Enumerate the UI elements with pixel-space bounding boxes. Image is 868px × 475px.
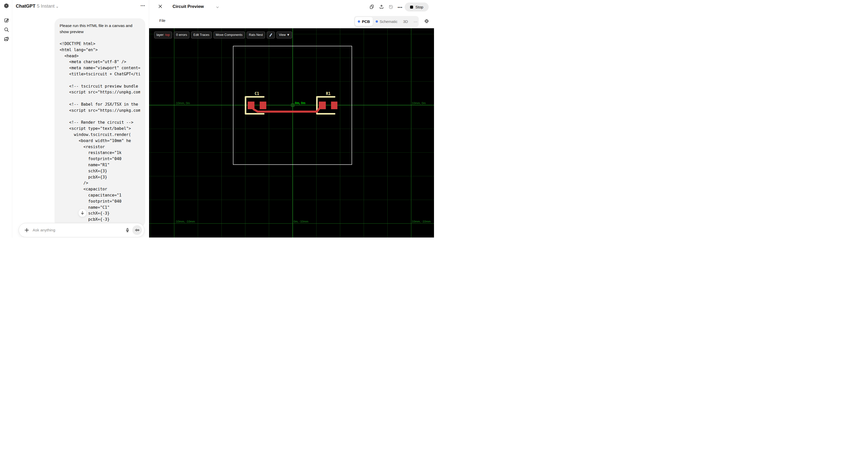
copy-icon[interactable] [369, 4, 375, 10]
code-line: <meta charset="utf-8" /> [60, 60, 140, 66]
canvas-menubar: File PCB Schematic 3D ··· [149, 14, 434, 28]
code-line: <head> [60, 54, 140, 60]
code-line: footprint="040 [60, 199, 140, 205]
waveform-icon [135, 228, 140, 232]
code-line: <html lang="en"> [60, 47, 140, 54]
code-line: <capacitor [60, 187, 140, 193]
c1-label: C1 [255, 91, 259, 96]
coord-label-bottom-right: 10mm, -10mm [412, 220, 431, 223]
pcb-dot-icon [358, 20, 360, 23]
code-line: <board width="10mm" he [60, 138, 140, 145]
model-selector[interactable]: ChatGPT5 Instant⌄ [16, 4, 59, 9]
code-line: <script src="https://unpkg.com [60, 90, 140, 96]
grid-lines [149, 28, 434, 238]
coord-label-bottom-left: -10mm, -10mm [175, 220, 195, 223]
left-sidebar [0, 0, 12, 238]
app-window: ChatGPT5 Instant⌄ ••• Please run this HT… [0, 0, 434, 238]
coord-label-left: -10mm, 0m [175, 102, 190, 105]
arrow-down-icon [80, 211, 85, 215]
chat-input[interactable]: Ask anything [33, 228, 124, 232]
code-line: name="C1" [60, 205, 140, 211]
pencil-tool-button[interactable] [267, 32, 275, 38]
pcb-canvas[interactable]: C1 R1 0m, 0m -10mm, 0m 10mm, 0m -10mm, -… [149, 28, 434, 238]
message-code-block: <!DOCTYPE html><html lang="en"> <head> <… [60, 41, 140, 227]
pcb-toolbar: layer: top 0 errors Edit Traces Move Com… [154, 32, 292, 38]
scroll-to-bottom-button[interactable] [78, 209, 87, 217]
search-icon[interactable] [3, 26, 10, 33]
coord-label-origin: 0m, 0m [295, 101, 305, 105]
rats-nest-button[interactable]: Rats Nest [247, 32, 265, 38]
tab-more[interactable]: ··· [411, 17, 420, 26]
app-title: ChatGPT [16, 4, 35, 9]
code-line: name="R1" [60, 163, 140, 169]
message-text-line1: Please run this HTML file in a canvas an… [60, 23, 140, 29]
r1-pad-1[interactable] [319, 102, 326, 109]
code-line: <!-- tscircuit preview bundle [60, 84, 140, 90]
chat-panel: ChatGPT5 Instant⌄ ••• Please run this HT… [12, 0, 149, 238]
code-line: window.tscircuit.render( [60, 132, 140, 138]
code-line: <title>tscircuit + ChatGPT</ti [60, 72, 140, 78]
code-line [60, 78, 140, 84]
mic-icon[interactable] [124, 226, 131, 234]
code-line: <script type="text/babel"> [60, 126, 140, 132]
edit-traces-button[interactable]: Edit Traces [191, 32, 212, 38]
chat-composer: Ask anything [19, 223, 145, 237]
code-line [60, 114, 140, 121]
chat-header: ChatGPT5 Instant⌄ ••• [12, 0, 149, 13]
view-mode-tabs: PCB Schematic 3D ··· [354, 16, 419, 27]
coord-label-right: 10mm, 0m [412, 102, 426, 105]
view-dropdown-button[interactable]: View ▼ [277, 32, 292, 38]
r1-label: R1 [326, 91, 331, 96]
code-line: <script src="https://unpkg.com [60, 108, 140, 114]
c1-pad-2[interactable] [260, 102, 266, 109]
more-options-icon[interactable]: ••• [397, 4, 403, 11]
code-line: pcbX={-3} [60, 217, 140, 223]
c1-pad-1[interactable] [248, 102, 255, 109]
file-menu[interactable]: File [159, 18, 165, 23]
canvas-title[interactable]: Circuit Preview [173, 4, 204, 9]
errors-button[interactable]: 0 errors [174, 32, 189, 38]
attach-plus-icon[interactable] [24, 227, 30, 233]
code-line: schX={-3} [60, 211, 140, 217]
model-name: 5 Instant [37, 4, 55, 9]
message-text-line2: show preview [60, 29, 140, 35]
tab-pcb[interactable]: PCB [355, 17, 373, 26]
tab-schematic[interactable]: Schematic [373, 17, 400, 26]
history-icon[interactable] [388, 4, 394, 10]
coord-label-bottom-center: 0m, -10mm [293, 220, 308, 223]
code-line: schX={3} [60, 169, 140, 175]
user-message-bubble: Please run this HTML file in a canvas an… [55, 18, 145, 227]
move-components-button[interactable]: Move Components [214, 32, 245, 38]
openai-logo-icon[interactable] [3, 3, 10, 9]
canvas-header: Circuit Preview ••• Stop [149, 0, 434, 14]
r1-pad-2[interactable] [331, 102, 337, 109]
code-line: /> [60, 181, 140, 187]
collapse-icon[interactable] [424, 18, 429, 24]
voice-mode-button[interactable] [132, 225, 142, 235]
chat-more-icon[interactable]: ••• [141, 4, 145, 8]
new-chat-icon[interactable] [3, 17, 10, 24]
code-line: <!DOCTYPE html> [60, 41, 140, 47]
library-icon[interactable] [3, 35, 10, 42]
layer-button[interactable]: layer: top [154, 32, 172, 38]
code-line: <!-- Render the circuit --> [60, 120, 140, 126]
code-line: <resistor [60, 145, 140, 151]
canvas-panel: Circuit Preview ••• Stop File [149, 0, 434, 238]
code-line: <!-- Babel for JSX/TSX in the [60, 102, 140, 108]
chevron-down-icon: ⌄ [56, 5, 59, 8]
code-line: capacitance="1 [60, 193, 140, 199]
pcb-drawing: C1 R1 0m, 0m -10mm, 0m 10mm, 0m -10mm, -… [149, 28, 434, 238]
code-line: resistance="1k [60, 150, 140, 157]
code-line [60, 96, 140, 102]
chevron-down-icon[interactable] [216, 5, 219, 10]
code-line: footprint="040 [60, 157, 140, 163]
close-icon[interactable] [157, 4, 163, 9]
stop-square-icon [410, 6, 413, 9]
code-line: <meta name="viewport" content= [60, 66, 140, 72]
schematic-dot-icon [376, 20, 378, 23]
layer-value: top [165, 33, 170, 37]
stop-button[interactable]: Stop [405, 3, 429, 11]
tab-3d[interactable]: 3D [400, 17, 411, 26]
share-icon[interactable] [378, 4, 385, 10]
pencil-icon [269, 33, 272, 37]
